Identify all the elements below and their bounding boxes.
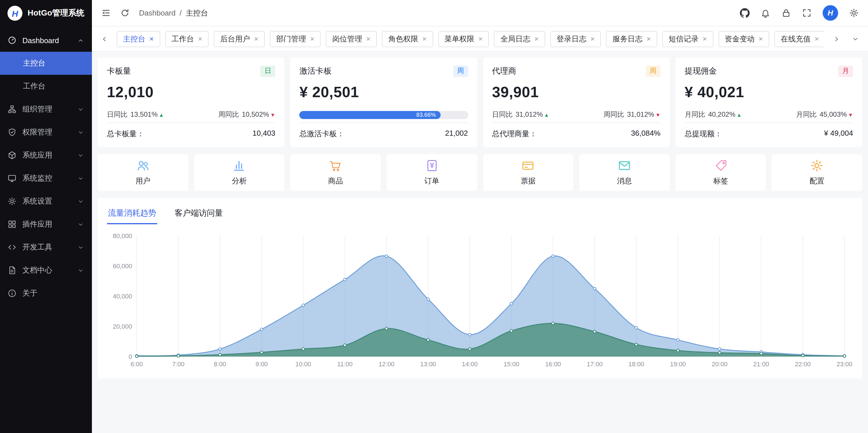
breadcrumb: Dashboard / 主控台 [139,8,208,18]
sidebar-item-about[interactable]: 关于 [0,282,92,305]
tab-close-icon[interactable]: × [814,35,819,42]
ticket-icon [521,159,535,173]
tabs-dropdown-button[interactable] [848,31,862,47]
top-header: Dashboard / 主控台 H [92,0,868,26]
tab-close-icon[interactable]: × [703,35,707,42]
tab-console[interactable]: 主控台 × [117,31,160,47]
progress-label: 83.66% [416,112,436,118]
stat-card-row: 卡板量 日 12,010 日同比13,501%▲ 周同比10,502%▼ 总卡板… [98,58,862,147]
sidebar-item-console[interactable]: 主控台 [0,52,92,75]
tab-positions[interactable]: 岗位管理 × [326,31,377,47]
tabs-scroll-left-button[interactable] [98,31,112,47]
tab-online-recharge[interactable]: 在线充值 × [774,31,824,47]
tab-label: 在线充值 [781,34,811,44]
sidebar-item-system-apps[interactable]: 系统应用 [0,144,92,167]
tab-close-icon[interactable]: × [366,35,371,42]
trend-left: 日同比13,501%▲ [107,110,164,119]
breadcrumb-root[interactable]: Dashboard [139,9,176,17]
sidebar-item-docs[interactable]: 文档中心 [0,259,92,282]
tab-close-icon[interactable]: × [310,35,314,42]
stat-title: 卡板量 [107,66,131,77]
tab-close-icon[interactable]: × [478,35,483,42]
traffic-area-chart: 020,00040,00060,00080,0006:007:008:009:0… [107,229,853,372]
breadcrumb-separator: / [180,9,182,17]
shortcut-label: 商品 [328,176,343,186]
tab-global-logs[interactable]: 全局日志 × [494,31,545,47]
stat-title: 激活卡板 [300,66,332,77]
dashboard-icon [7,36,17,45]
chevron-down-icon [77,151,85,159]
stat-card-card-volume: 卡板量 日 12,010 日同比13,501%▲ 周同比10,502%▼ 总卡板… [98,58,285,147]
tab-fund-changes[interactable]: 资金变动 × [718,31,769,47]
shortcut-label: 用户 [135,176,151,186]
tab-close-icon[interactable]: × [647,35,651,42]
chevron-down-icon [77,243,85,251]
stat-card-agents: 代理商 周 39,901 日同比31,012%▲ 周同比31,012%▼ 总代理… [483,58,670,147]
tab-login-logs[interactable]: 登录日志 × [550,31,601,47]
org-icon [7,105,17,114]
tab-label: 服务日志 [613,34,643,44]
footer-value: 21,002 [445,129,468,139]
stat-card-activated-cards: 激活卡板 周 ¥ 20,501 83.66% 总激活卡板： 21,002 [290,58,477,147]
trend-right: 周同比31,012%▼ [603,110,661,119]
shortcut-orders[interactable]: 订单 [386,154,477,191]
cube-icon [7,151,17,160]
sidebar-item-label: Dashboard [22,36,71,45]
stat-trends: 日同比31,012%▲ 周同比31,012%▼ [492,110,661,119]
tab-label: 部门管理 [276,34,306,44]
tabs-scroll-right-button[interactable] [830,31,843,47]
gear-icon[interactable] [849,8,859,18]
gear-icon [810,159,824,173]
sidebar-item-workbench[interactable]: 工作台 [0,75,92,98]
shortcut-users[interactable]: 用户 [98,154,188,191]
tab-close-icon[interactable]: × [534,35,538,42]
chart-tab-traffic[interactable]: 流量消耗趋势 [107,204,157,224]
stat-footer: 总提现额： ¥ 49,004 [685,122,854,139]
tab-service-logs[interactable]: 服务日志 × [606,31,657,47]
tab-close-icon[interactable]: × [198,35,202,42]
fullscreen-icon[interactable] [802,8,812,18]
tab-close-icon[interactable]: × [758,35,763,42]
github-icon[interactable] [740,8,750,18]
sidebar-item-organization[interactable]: 组织管理 [0,98,92,121]
avatar[interactable]: H [823,5,838,21]
progress-fill: 83.66% [300,111,441,119]
tab-label: 工作台 [172,34,194,44]
trend-up-icon: ▲ [159,112,164,118]
sidebar-item-dev-tools[interactable]: 开发工具 [0,236,92,259]
traffic-chart-card: 流量消耗趋势 客户端访问量 020,00040,00060,00080,0006… [98,198,862,378]
tab-admin-users[interactable]: 后台用户 × [214,31,265,47]
sidebar-item-permissions[interactable]: 权限管理 [0,121,92,144]
tab-close-icon[interactable]: × [149,35,154,42]
tab-close-icon[interactable]: × [591,35,595,42]
stat-footer: 总卡板量： 10,403 [107,122,275,139]
tab-close-icon[interactable]: × [422,35,427,42]
shortcut-config[interactable]: 配置 [772,154,862,191]
tab-role-permissions[interactable]: 角色权限 × [382,31,433,47]
shortcut-products[interactable]: 商品 [290,154,381,191]
tab-label: 后台用户 [220,34,250,44]
sidebar-item-plugins[interactable]: 插件应用 [0,213,92,236]
sidebar-item-label: 文档中心 [22,265,71,276]
refresh-icon[interactable] [120,8,130,18]
tab-label: 菜单权限 [444,34,474,44]
tab-menu-permissions[interactable]: 菜单权限 × [438,31,489,47]
chart-tab-client-visits[interactable]: 客户端访问量 [174,204,224,224]
sidebar-collapse-icon[interactable] [101,8,111,18]
tab-departments[interactable]: 部门管理 × [270,31,321,47]
lock-icon[interactable] [781,8,791,18]
logo-row[interactable]: H HotGo管理系统 [0,0,92,26]
shortcut-tags[interactable]: 标签 [676,154,766,191]
tab-workbench[interactable]: 工作台 × [165,31,209,47]
tab-close-icon[interactable]: × [254,35,258,42]
sidebar-item-monitoring[interactable]: 系统监控 [0,167,92,190]
trend-up-icon: ▲ [737,112,742,118]
shortcut-messages[interactable]: 消息 [579,154,670,191]
shortcut-analytics[interactable]: 分析 [194,154,284,191]
shortcut-label: 分析 [232,176,247,186]
bell-icon[interactable] [761,8,770,18]
tab-sms-records[interactable]: 短信记录 × [662,31,713,47]
sidebar-item-settings[interactable]: 系统设置 [0,190,92,213]
sidebar-item-dashboard[interactable]: Dashboard [0,29,92,52]
shortcut-tickets[interactable]: 票据 [483,154,573,191]
